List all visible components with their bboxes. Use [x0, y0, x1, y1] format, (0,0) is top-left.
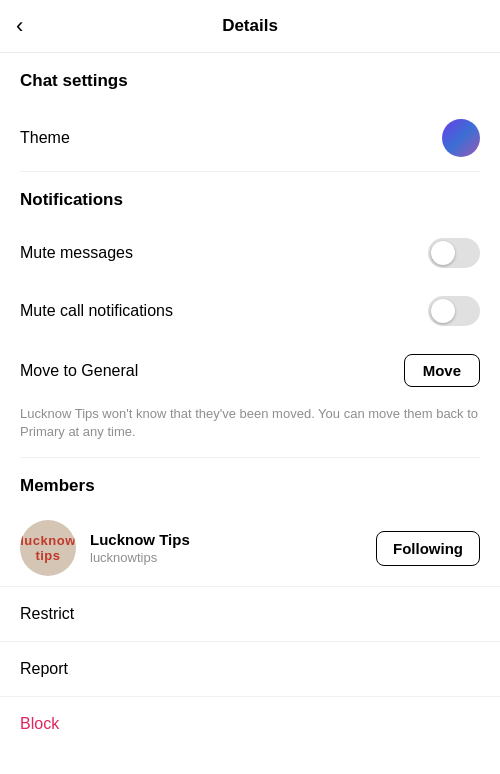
restrict-label: Restrict [20, 605, 74, 622]
member-row: lucknow tips Lucknow Tips lucknowtips Fo… [0, 510, 500, 586]
mute-calls-row[interactable]: Mute call notifications [0, 282, 500, 340]
move-button[interactable]: Move [404, 354, 480, 387]
mute-calls-toggle[interactable] [428, 296, 480, 326]
theme-label: Theme [20, 129, 70, 147]
members-section: Members [0, 458, 500, 510]
member-name: Lucknow Tips [90, 531, 376, 548]
member-info: Lucknow Tips lucknowtips [90, 531, 376, 565]
following-button[interactable]: Following [376, 531, 480, 566]
mute-calls-label: Mute call notifications [20, 302, 173, 320]
theme-color-circle[interactable] [442, 119, 480, 157]
restrict-row[interactable]: Restrict [0, 586, 500, 641]
member-handle: lucknowtips [90, 550, 376, 565]
mute-messages-label: Mute messages [20, 244, 133, 262]
members-title: Members [20, 476, 480, 496]
report-row[interactable]: Report [0, 641, 500, 696]
notifications-section: Notifications [0, 172, 500, 224]
mute-messages-row[interactable]: Mute messages [0, 224, 500, 282]
block-label: Block [20, 715, 59, 732]
chat-settings-section: Chat settings [0, 53, 500, 105]
back-button[interactable]: ‹ [16, 13, 23, 39]
move-to-general-label: Move to General [20, 362, 138, 380]
header: ‹ Details [0, 0, 500, 53]
mute-messages-toggle[interactable] [428, 238, 480, 268]
move-to-general-row[interactable]: Move to General Move [0, 340, 500, 401]
block-row[interactable]: Block [0, 696, 500, 751]
page-title: Details [222, 16, 278, 36]
notifications-title: Notifications [20, 190, 480, 210]
avatar[interactable]: lucknow tips [20, 520, 76, 576]
move-info-text: Lucknow Tips won't know that they've bee… [0, 401, 500, 457]
avatar-text: lucknow tips [20, 533, 76, 564]
report-label: Report [20, 660, 68, 677]
chat-settings-title: Chat settings [20, 71, 480, 91]
theme-row[interactable]: Theme [0, 105, 500, 171]
